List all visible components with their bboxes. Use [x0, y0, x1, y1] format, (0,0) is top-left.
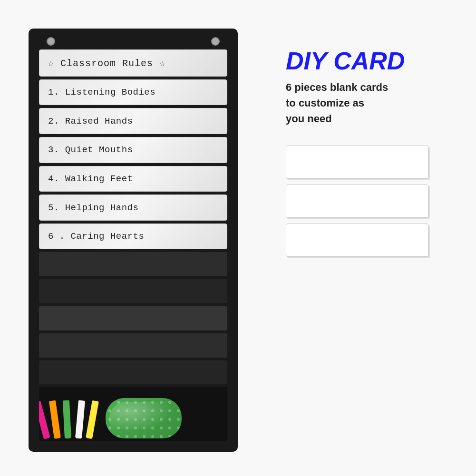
- diy-desc-line2: to customize as: [286, 97, 364, 109]
- blank-card-wrapper-2: [286, 185, 457, 218]
- rule-card-1: 1. Listening Bodies: [39, 79, 227, 106]
- green-marker-icon: [63, 400, 71, 439]
- chart-top-bar: [39, 37, 227, 46]
- rule-text-2: 2. Raised Hands: [48, 116, 133, 126]
- diy-desc-line1: 6 pieces blank cards: [286, 81, 388, 93]
- dots-pattern: [106, 398, 182, 438]
- pocket-chart: ☆ Classroom Rules ☆ 1. Listening Bodies …: [29, 29, 238, 452]
- pencil-case: [106, 398, 182, 438]
- scene: ☆ Classroom Rules ☆ 1. Listening Bodies …: [0, 0, 476, 476]
- orange-marker-icon: [49, 400, 61, 439]
- grommet-right: [211, 37, 220, 46]
- diy-section: DIY CARD 6 pieces blank cards to customi…: [286, 48, 457, 257]
- rule-card-2: 2. Raised Hands: [39, 108, 227, 134]
- rule-text-4: 4. Walking Feet: [48, 174, 133, 184]
- chart-title: ☆ Classroom Rules ☆: [48, 57, 165, 69]
- diy-desc-line3: you need: [286, 113, 332, 125]
- blank-cards-stack: [286, 146, 457, 257]
- diy-description: 6 pieces blank cards to customize as you…: [286, 79, 457, 126]
- empty-slot-3: [39, 306, 227, 330]
- bottom-pocket: [39, 387, 227, 441]
- empty-slot-4: [39, 333, 227, 358]
- white-marker-icon: [75, 400, 85, 439]
- rule-card-4: 4. Walking Feet: [39, 166, 227, 192]
- pink-marker-icon: [39, 401, 50, 439]
- blank-card-3: [286, 223, 428, 257]
- grommet-left: [47, 37, 55, 46]
- rule-card-5: 5. Helping Hands: [39, 194, 227, 221]
- rule-text-5: 5. Helping Hands: [48, 203, 138, 213]
- yellow-marker-icon: [86, 400, 99, 439]
- blank-card-wrapper-3: [286, 223, 457, 257]
- header-card: ☆ Classroom Rules ☆: [39, 49, 227, 77]
- empty-slot-1: [39, 252, 227, 276]
- blank-card-1: [286, 146, 428, 179]
- rule-text-6: 6 . Caring Hearts: [48, 231, 144, 242]
- empty-slot-5: [39, 360, 227, 385]
- blank-card-2: [286, 185, 428, 218]
- rule-card-6: 6 . Caring Hearts: [39, 223, 227, 250]
- empty-slot-2: [39, 279, 227, 303]
- rule-text-3: 3. Quiet Mouths: [48, 145, 133, 155]
- rule-text-1: 1. Listening Bodies: [48, 87, 155, 97]
- rule-card-3: 3. Quiet Mouths: [39, 137, 227, 163]
- diy-title: DIY CARD: [286, 48, 457, 75]
- blank-card-wrapper-1: [286, 146, 457, 179]
